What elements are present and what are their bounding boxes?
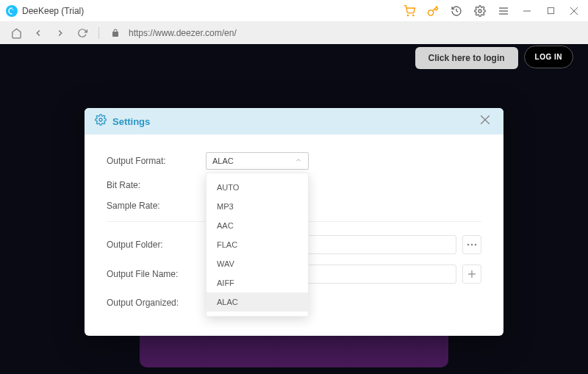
format-option-alac[interactable]: ALAC: [207, 292, 308, 312]
gear-icon: [95, 114, 107, 129]
url-text[interactable]: https://www.deezer.com/en/: [129, 28, 237, 38]
key-icon[interactable]: [422, 1, 444, 21]
format-option-aiff[interactable]: AIFF: [207, 273, 308, 292]
login-tooltip: Click here to login: [415, 47, 518, 69]
svg-point-1: [407, 15, 408, 15]
settings-gear-icon[interactable]: [469, 1, 491, 21]
close-button[interactable]: [563, 1, 585, 21]
home-icon[interactable]: [7, 24, 25, 42]
app-logo-icon: [6, 5, 18, 17]
cart-icon[interactable]: [398, 1, 420, 21]
settings-title: Settings: [112, 116, 150, 127]
output-format-dropdown[interactable]: AUTOMP3AACFLACWAVAIFFALAC: [206, 173, 309, 317]
label-output-organized: Output Organized:: [107, 298, 206, 308]
modal-close-icon[interactable]: [477, 112, 493, 131]
maximize-button[interactable]: [539, 1, 562, 21]
label-sample-rate: Sample Rate:: [107, 201, 206, 211]
chevron-up-icon: [295, 157, 302, 165]
svg-point-2: [413, 15, 414, 15]
label-bit-rate: Bit Rate:: [107, 180, 206, 190]
reload-icon[interactable]: [74, 24, 91, 42]
forward-icon[interactable]: [51, 24, 69, 42]
back-icon[interactable]: [29, 24, 47, 42]
web-content: Click here to login LOG IN No payment re…: [0, 44, 588, 374]
history-icon[interactable]: [445, 1, 467, 21]
browse-button[interactable]: [462, 235, 481, 254]
title-bar: DeeKeep (Trial): [0, 0, 588, 22]
svg-point-11: [99, 118, 102, 121]
label-output-filename: Output File Name:: [107, 269, 206, 279]
minimize-button[interactable]: [516, 1, 538, 21]
address-bar: https://www.deezer.com/en/: [0, 22, 588, 44]
svg-point-16: [475, 244, 477, 246]
label-output-folder: Output Folder:: [107, 240, 206, 250]
add-filename-button[interactable]: [462, 265, 481, 284]
format-option-aac[interactable]: AAC: [207, 216, 308, 235]
lock-icon: [107, 24, 124, 42]
format-option-auto[interactable]: AUTO: [207, 178, 308, 197]
format-option-wav[interactable]: WAV: [207, 254, 308, 273]
svg-point-3: [478, 10, 481, 12]
output-format-select[interactable]: ALAC: [206, 152, 309, 170]
label-output-format: Output Format:: [107, 156, 206, 166]
svg-point-0: [12, 9, 14, 10]
format-option-flac[interactable]: FLAC: [207, 235, 308, 254]
settings-modal-header: Settings: [85, 108, 503, 134]
svg-point-14: [467, 244, 470, 246]
output-format-value: ALAC: [212, 157, 234, 165]
svg-point-15: [471, 244, 473, 246]
svg-rect-8: [548, 7, 553, 13]
login-button[interactable]: LOG IN: [524, 46, 573, 68]
format-option-mp3[interactable]: MP3: [207, 197, 308, 216]
app-title: DeeKeep (Trial): [22, 6, 84, 16]
menu-icon[interactable]: [492, 1, 514, 21]
